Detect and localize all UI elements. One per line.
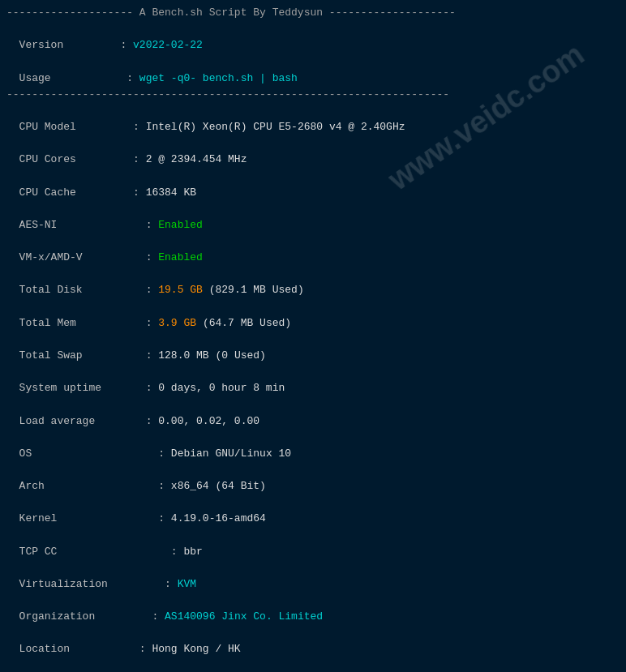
- virt-value: KVM: [178, 578, 196, 590]
- version-label: Version: [19, 39, 64, 51]
- total-mem-line: Total Mem : 3.9 GB (64.7 MB Used): [6, 299, 620, 332]
- total-disk-label: Total Disk: [19, 284, 83, 296]
- cpu-model-label: CPU Model: [19, 121, 76, 133]
- arch-label: Arch: [19, 480, 45, 492]
- total-disk-value: 19.5 GB: [158, 284, 203, 296]
- tcp-value: bbr: [183, 546, 202, 558]
- kernel-value: 4.19.0-16-amd64: [171, 512, 266, 524]
- uptime-label: System uptime: [19, 382, 101, 394]
- tcp-line: TCP CC : bbr: [6, 528, 620, 560]
- header-separator: -------------------- A Bench.sh Script B…: [6, 5, 620, 21]
- aes-ni-line: AES-NI : Enabled: [6, 201, 620, 233]
- total-mem-used: (64.7 MB Used): [203, 317, 291, 329]
- virt-label: Virtualization: [19, 578, 108, 590]
- usage-value: wget -q0- bench.sh | bash: [139, 72, 298, 84]
- total-swap-value: 128.0 MB: [158, 349, 208, 362]
- cpu-cores-value: 2 @ 2394.454 MHz: [146, 153, 247, 165]
- os-line: OS : Debian GNU/Linux 10: [6, 430, 620, 462]
- org-value: AS140096 Jinx Co. Limited: [165, 610, 323, 623]
- usage-label: Usage: [19, 72, 51, 84]
- region-line: Region : Central and Western: [6, 658, 620, 672]
- cpu-cores-label: CPU Cores: [19, 153, 76, 165]
- kernel-line: Kernel : 4.19.0-16-amd64: [6, 494, 620, 527]
- location-value: Hong Kong / HK: [152, 643, 240, 655]
- aes-ni-label: AES-NI: [19, 219, 58, 231]
- total-swap-used: (0 Used): [215, 349, 265, 362]
- kernel-label: Kernel: [19, 512, 58, 524]
- location-line: Location : Hong Kong / HK: [6, 625, 620, 657]
- uptime-line: System uptime : 0 days, 0 hour 8 min: [6, 364, 620, 396]
- cpu-cache-value: 16384 KB: [146, 186, 196, 199]
- total-disk-used: (829.1 MB Used): [209, 284, 304, 296]
- uptime-value: 0 days, 0 hour 8 min: [158, 382, 285, 394]
- vm-amd-value: Enabled: [158, 251, 203, 263]
- cpu-cores-line: CPU Cores : 2 @ 2394.454 MHz: [6, 135, 620, 168]
- virt-line: Virtualization : KVM: [6, 560, 620, 593]
- cpu-cache-line: CPU Cache : 16384 KB: [6, 168, 620, 200]
- load-label: Load average: [19, 415, 96, 427]
- separator1: ----------------------------------------…: [6, 87, 620, 103]
- tcp-label: TCP CC: [19, 546, 58, 558]
- total-disk-line: Total Disk : 19.5 GB (829.1 MB Used): [6, 266, 620, 298]
- org-label: Organization: [19, 610, 96, 623]
- vm-amd-line: VM-x/AMD-V : Enabled: [6, 233, 620, 266]
- os-label: OS: [19, 447, 32, 460]
- total-swap-line: Total Swap : 128.0 MB (0 Used): [6, 332, 620, 364]
- cpu-cache-label: CPU Cache: [19, 186, 76, 199]
- load-value: 0.00, 0.02, 0.00: [158, 415, 259, 427]
- arch-value: x86_64 (64 Bit): [171, 480, 266, 492]
- version-line: Version : v2022-02-22: [6, 21, 620, 54]
- total-swap-label: Total Swap: [19, 349, 83, 362]
- load-line: Load average : 0.00, 0.02, 0.00: [6, 396, 620, 429]
- org-line: Organization : AS140096 Jinx Co. Limited: [6, 593, 620, 625]
- total-mem-value: 3.9 GB: [158, 317, 196, 329]
- arch-line: Arch : x86_64 (64 Bit): [6, 462, 620, 494]
- usage-line: Usage : wget -q0- bench.sh | bash: [6, 54, 620, 86]
- total-mem-label: Total Mem: [19, 317, 76, 329]
- cpu-model-value: Intel(R) Xeon(R) CPU E5-2680 v4 @ 2.40GH…: [146, 121, 405, 133]
- vm-amd-label: VM-x/AMD-V: [19, 251, 83, 263]
- os-value: Debian GNU/Linux 10: [171, 447, 291, 460]
- version-value: v2022-02-22: [133, 39, 203, 51]
- location-label: Location: [19, 643, 70, 655]
- aes-ni-value: Enabled: [158, 219, 203, 231]
- cpu-model-line: CPU Model : Intel(R) Xeon(R) CPU E5-2680…: [6, 103, 620, 135]
